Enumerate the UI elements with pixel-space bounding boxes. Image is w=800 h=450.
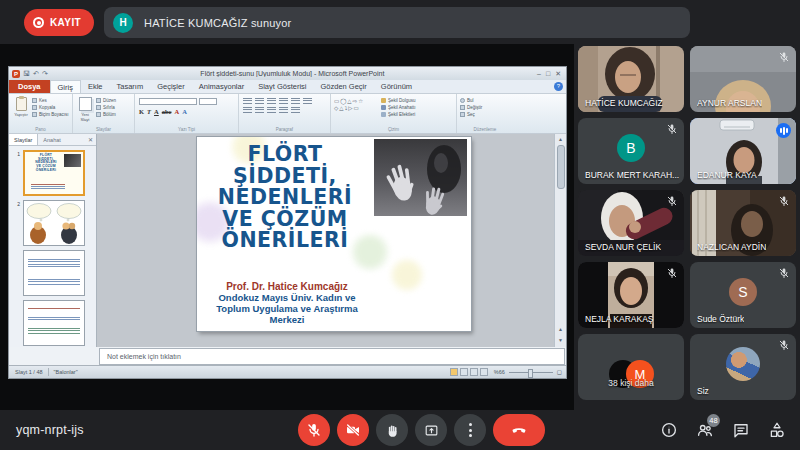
ribbon-group-yazi-tipi: KTA abc AA Yazı Tipi (135, 94, 239, 133)
undo-icon: ↶ (33, 70, 39, 78)
more-options-button[interactable] (454, 414, 486, 446)
reset-icon (96, 105, 101, 110)
scrollbar-thumb[interactable] (557, 145, 565, 189)
tab-giris: Giriş (50, 80, 81, 93)
screen-share-region[interactable]: P 🖫 ↶ ↷ Flört şiddeti-sunu [Uyumluluk Mo… (0, 44, 574, 410)
new-slide-icon (79, 97, 92, 111)
scroll-up-icon[interactable]: ▲ (558, 134, 563, 144)
presenting-text: HATİCE KUMCAĞIZ sunuyor (144, 17, 291, 29)
info-icon (660, 421, 678, 439)
minimize-icon: – (537, 70, 541, 78)
slide-counter: Slayt 1 / 48 (15, 369, 43, 375)
chat-button[interactable] (732, 421, 750, 439)
ppt-window-title: Flört şiddeti-sunu [Uyumluluk Modu] - Mi… (48, 70, 537, 77)
presenter-avatar: H (113, 13, 133, 33)
self-avatar (726, 347, 760, 381)
slide-scrollbar[interactable]: ▲ ▲ ▼ (554, 134, 566, 347)
help-icon: ? (554, 82, 563, 91)
slideshow-view-icon (480, 368, 488, 376)
tab-tasarim: Tasarım (110, 80, 151, 93)
participant-grid: HATİCE KUMCAĞIZ AYNUR ARSLAN B (578, 46, 796, 400)
slide-subtitle: Ondokuz Mayıs Üniv. Kadın ve Toplum Uygu… (197, 293, 377, 325)
tab-dosya: Dosya (9, 80, 50, 93)
meeting-code: yqm-nrpt-ijs (16, 410, 84, 450)
activities-shapes-icon (768, 421, 786, 439)
tab-gozden-gecir: Gözden Geçir (314, 80, 374, 93)
zoom-level: %66 (494, 369, 505, 375)
participant-tile-sevda[interactable]: SEVDA NUR ÇELİK (578, 190, 684, 256)
slide-thumbnail-2: 2 (9, 200, 96, 246)
tab-gecisler: Geçişler (150, 80, 192, 93)
tab-slayt-gosterisi: Slayt Gösterisi (251, 80, 313, 93)
participants-button[interactable]: 48 (696, 421, 714, 439)
participant-tile-aynur[interactable]: AYNUR ARSLAN (690, 46, 796, 112)
panel-close-icon: ✕ (88, 136, 96, 143)
activities-button[interactable] (768, 421, 786, 439)
slide-thumbnail-panel: Slaytlar Anahat ✕ 1 FLÖRT ŞİDDETİ, NEDEN… (9, 134, 97, 347)
chat-icon (732, 421, 750, 439)
more-participants-label: 38 kişi daha (578, 378, 684, 388)
participant-tile-nejla[interactable]: NEJLA KARAKAŞ (578, 262, 684, 328)
participant-tile-overflow[interactable]: M 38 kişi daha (578, 334, 684, 400)
participant-tile-nazlican[interactable]: NAZLICAN AYDİN (690, 190, 796, 256)
window-controls: – □ ✕ (537, 70, 561, 78)
raise-hand-icon (385, 423, 400, 438)
slide-thumbnail-4 (9, 300, 96, 346)
view-buttons (450, 368, 488, 376)
present-button[interactable] (415, 414, 447, 446)
muted-mic-icon (666, 267, 678, 279)
previous-slide-icon[interactable]: ▲ (558, 324, 563, 334)
format-painter-icon (32, 112, 37, 117)
ppt-status-bar: Slayt 1 / 48 "Balonlar" %66 ▢ (9, 365, 566, 378)
slide-title: FLÖRT ŞİDDETİ, NEDENLERİ VE ÇÖZÜM ÖNERİL… (199, 144, 371, 252)
powerpoint-icon: P (12, 70, 20, 78)
select-icon (460, 112, 465, 117)
call-controls (298, 410, 545, 450)
participant-tile-edanur[interactable]: EDANUR KAYA (690, 118, 796, 184)
powerpoint-window: P 🖫 ↶ ↷ Flört şiddeti-sunu [Uyumluluk Mo… (8, 66, 567, 379)
clipboard-icon (16, 97, 27, 111)
find-icon (460, 98, 465, 103)
leave-call-button[interactable] (493, 414, 545, 446)
next-slide-icon[interactable]: ▼ (558, 335, 563, 345)
ribbon-group-duzenleme: Bul Değiştir Seç Düzenleme (457, 94, 513, 133)
recording-label: KAYIT (50, 17, 81, 28)
participant-tile-sude[interactable]: S Sude Öztürk (690, 262, 796, 328)
participant-tile-self[interactable]: Siz (690, 334, 796, 400)
shape-outline-icon (381, 105, 386, 110)
meeting-details-button[interactable] (660, 421, 678, 439)
avatar: B (617, 134, 645, 162)
raise-hand-button[interactable] (376, 414, 408, 446)
close-icon: ✕ (555, 70, 561, 78)
present-screen-icon (424, 423, 439, 438)
fit-to-window-icon: ▢ (557, 369, 562, 375)
shapes-gallery: ▭◯△⇨☆◇△⤵▷▭ (334, 98, 378, 112)
tab-ekle: Ekle (81, 80, 110, 93)
muted-mic-icon (666, 123, 678, 135)
avatar: S (729, 278, 757, 306)
zoom-slider (509, 372, 553, 373)
reading-view-icon (470, 368, 478, 376)
participant-tile-hatice[interactable]: HATİCE KUMCAĞIZ (578, 46, 684, 112)
meeting-panels: 48 (660, 410, 786, 450)
speaking-indicator-icon (776, 123, 791, 138)
participant-count-badge: 48 (707, 414, 720, 427)
thumbnail-photo (64, 154, 81, 167)
ribbon-group-pano: Yapıştır Kes Kopyala Biçim Boyacısı Pano (9, 94, 73, 133)
new-slide-button: Yeni Slayt (77, 97, 93, 122)
ppt-ribbon-tabs: Dosya Giriş Ekle Tasarım Geçişler Animas… (9, 80, 566, 94)
camera-off-button[interactable] (337, 414, 369, 446)
participant-tile-burak[interactable]: B BURAK MERT KARAH... (578, 118, 684, 184)
presenting-banner[interactable]: H HATİCE KUMCAĞIZ sunuyor (104, 7, 690, 38)
sorter-view-icon (460, 368, 468, 376)
mic-off-button[interactable] (298, 414, 330, 446)
font-size-box (199, 98, 217, 105)
shape-effects-icon (381, 112, 386, 117)
ribbon-group-cizim: ▭◯△⇨☆◇△⤵▷▭ Şekil Dolgusu Şekil Anahattı … (331, 94, 457, 133)
theme-name: "Balonlar" (54, 369, 78, 375)
save-icon: 🖫 (23, 70, 30, 78)
shape-fill-icon (381, 98, 386, 103)
cartoon-thumbnail (24, 201, 85, 246)
cut-icon (32, 98, 37, 103)
font-style-buttons: KTA abc AA (139, 108, 235, 115)
